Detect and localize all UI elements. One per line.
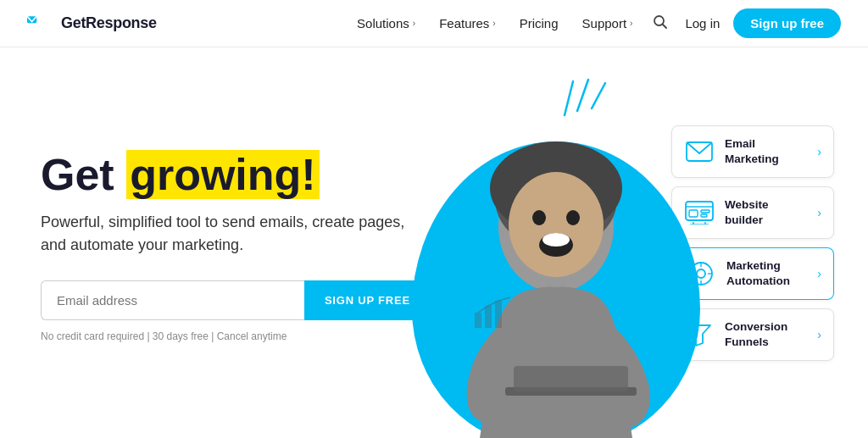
hero-headline-growing: growing!	[126, 150, 320, 199]
signup-form: SIGN UP FREE	[41, 280, 431, 320]
brand-name: GetResponse	[61, 14, 157, 32]
search-button[interactable]	[649, 11, 671, 36]
svg-rect-23	[701, 210, 709, 213]
hero-left: Get growing! Powerful, simplified tool t…	[41, 47, 448, 438]
chart-decoration	[473, 296, 514, 336]
svg-rect-22	[689, 210, 698, 217]
nav-links: Solutions › Features › Pricing Support ›	[357, 16, 632, 30]
svg-rect-24	[701, 214, 707, 217]
conversion-funnels-label: Conversion Funnels	[725, 319, 807, 349]
chevron-right-icon: ›	[817, 328, 821, 341]
navbar: GetResponse Solutions › Features › Prici…	[0, 0, 868, 47]
svg-rect-6	[475, 313, 481, 328]
logo[interactable]: GetResponse	[27, 14, 157, 34]
feature-cards-list: Email Marketing › Website builder ›	[665, 47, 834, 438]
svg-point-16	[566, 210, 580, 225]
marketing-automation-label: Marketing Automation	[726, 258, 807, 288]
email-marketing-icon	[684, 136, 715, 167]
chevron-right-icon: ›	[817, 206, 821, 219]
svg-rect-7	[485, 306, 492, 328]
nav-actions: Log in Sign up free	[649, 8, 841, 38]
nav-pricing[interactable]: Pricing	[520, 16, 559, 30]
hero-headline: Get growing!	[41, 152, 448, 198]
feature-card-website-builder[interactable]: Website builder ›	[671, 186, 834, 239]
chevron-icon: ›	[492, 19, 495, 28]
chevron-icon: ›	[413, 19, 415, 28]
website-builder-icon	[684, 197, 715, 228]
feature-card-email-marketing[interactable]: Email Marketing ›	[671, 125, 834, 178]
signup-nav-button[interactable]: Sign up free	[733, 8, 841, 38]
hero-section: Get growing! Powerful, simplified tool t…	[0, 47, 868, 438]
nav-solutions[interactable]: Solutions ›	[357, 16, 415, 30]
svg-rect-18	[514, 366, 628, 391]
nav-support[interactable]: Support ›	[582, 16, 633, 30]
deco-lines	[548, 73, 615, 124]
fine-print: No credit card required | 30 days free |…	[41, 330, 448, 342]
hero-center-image	[448, 47, 665, 438]
email-input[interactable]	[41, 280, 304, 320]
svg-point-15	[532, 210, 546, 225]
svg-line-4	[577, 80, 588, 111]
svg-line-3	[565, 81, 573, 115]
nav-features[interactable]: Features ›	[439, 16, 496, 30]
chevron-icon: ›	[630, 19, 632, 28]
svg-line-5	[592, 83, 605, 108]
svg-point-29	[697, 269, 705, 278]
email-marketing-label: Email Marketing	[725, 136, 807, 166]
website-builder-label: Website builder	[725, 197, 807, 227]
svg-point-12	[509, 172, 604, 277]
svg-line-2	[663, 24, 667, 28]
svg-rect-8	[495, 301, 502, 328]
logo-icon	[27, 14, 54, 34]
chevron-right-icon: ›	[817, 145, 821, 158]
search-icon	[653, 14, 668, 30]
login-button[interactable]: Log in	[685, 16, 720, 30]
chevron-right-icon: ›	[817, 267, 821, 280]
svg-point-14	[542, 233, 570, 247]
hero-subheadline: Powerful, simplified tool to send emails…	[41, 211, 414, 257]
hero-person-image	[429, 125, 683, 438]
